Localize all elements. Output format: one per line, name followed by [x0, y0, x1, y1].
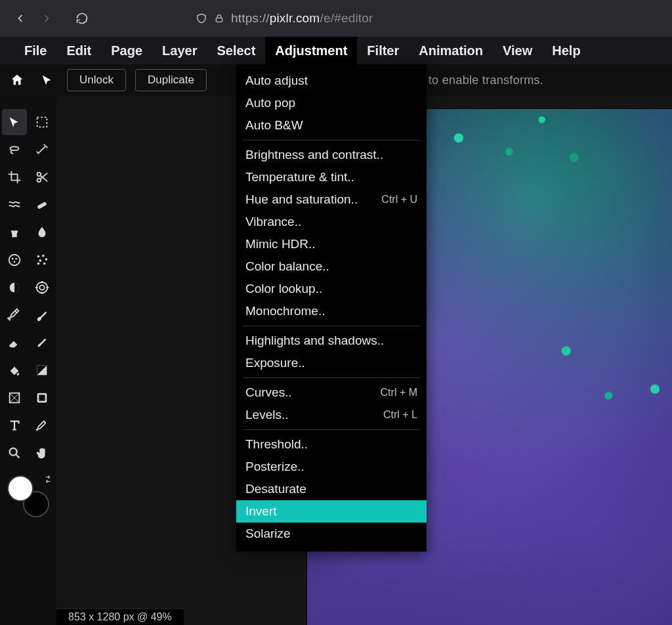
svg-point-17: [37, 282, 48, 293]
main-menu: FileEditPageLayerSelectAdjustmentFilterA…: [0, 37, 672, 64]
menu-edit[interactable]: Edit: [56, 37, 101, 64]
menu-item-label: Monochrome..: [245, 304, 325, 318]
frame-tool[interactable]: [30, 385, 54, 411]
pattern-tool[interactable]: [2, 247, 27, 273]
svg-point-13: [43, 263, 46, 265]
menu-item-levels[interactable]: Levels..Ctrl + L: [236, 404, 427, 426]
swap-colors-icon[interactable]: [43, 474, 53, 485]
lasso-tool[interactable]: [2, 137, 27, 163]
sponge-tool[interactable]: [30, 274, 54, 301]
menu-item-label: Brightness and contrast..: [245, 148, 383, 162]
menu-item-auto-b-w[interactable]: Auto B&W: [236, 114, 427, 137]
eraser-tool[interactable]: [2, 330, 27, 356]
pen-tool[interactable]: [2, 302, 27, 328]
menu-item-color-lookup[interactable]: Color lookup..: [236, 278, 427, 300]
menu-item-monochrome[interactable]: Monochrome..: [236, 300, 427, 322]
menu-item-temperature-tint[interactable]: Temperature & tint..: [236, 166, 427, 188]
menu-item-exposure[interactable]: Exposure..: [236, 352, 427, 374]
menu-help[interactable]: Help: [542, 37, 590, 64]
menu-select[interactable]: Select: [207, 37, 265, 64]
svg-point-7: [15, 258, 17, 260]
svg-point-10: [42, 255, 45, 257]
menu-item-solarize[interactable]: Solarize: [236, 523, 427, 545]
menu-item-shortcut: Ctrl + M: [381, 387, 417, 399]
heal-tool[interactable]: [30, 192, 54, 218]
menu-item-threshold[interactable]: Threshold..: [236, 433, 427, 456]
menu-item-label: Mimic HDR..: [245, 237, 316, 251]
clone-tool[interactable]: [2, 219, 27, 246]
menu-item-label: Exposure..: [245, 356, 305, 370]
menu-item-hue-and-saturation[interactable]: Hue and saturation..Ctrl + U: [236, 188, 427, 211]
menu-item-label: Posterize..: [245, 460, 304, 474]
tool-sidebar: [0, 96, 56, 625]
menu-item-auto-pop[interactable]: Auto pop: [236, 92, 427, 114]
menu-item-invert[interactable]: Invert: [236, 500, 427, 523]
back-button[interactable]: [9, 7, 32, 30]
menu-item-brightness-and-contrast[interactable]: Brightness and contrast..: [236, 144, 427, 166]
dodge-tool[interactable]: [2, 274, 27, 301]
paint-tool[interactable]: [30, 330, 54, 356]
menu-item-color-balance[interactable]: Color balance..: [236, 255, 427, 278]
color-swatch[interactable]: [7, 475, 49, 517]
url-host: pixlr.com: [270, 11, 320, 25]
menu-item-highlights-and-shadows[interactable]: Highlights and shadows..: [236, 330, 427, 352]
wand-tool[interactable]: [30, 137, 54, 163]
shape-tool[interactable]: [2, 385, 27, 411]
menu-item-auto-adjust[interactable]: Auto adjust: [236, 70, 427, 92]
hand-tool[interactable]: [30, 440, 54, 466]
menu-item-label: Solarize: [245, 527, 291, 541]
menu-adjustment[interactable]: Adjustment: [265, 37, 357, 64]
reload-button[interactable]: [71, 7, 93, 30]
svg-point-14: [37, 263, 40, 265]
url-bar[interactable]: https://pixlr.com/e/#editor: [196, 5, 373, 32]
forward-button[interactable]: [35, 7, 58, 30]
menu-item-label: Desaturate: [245, 482, 306, 496]
move-tool[interactable]: [2, 109, 27, 135]
menu-item-curves[interactable]: Curves..Ctrl + M: [236, 381, 427, 404]
menu-item-label: Hue and saturation..: [245, 192, 358, 207]
menu-item-shortcut: Ctrl + U: [381, 194, 417, 205]
svg-point-8: [14, 261, 16, 263]
menu-item-mimic-hdr[interactable]: Mimic HDR..: [236, 233, 427, 255]
svg-rect-23: [39, 395, 45, 400]
brush-tool[interactable]: [30, 302, 54, 328]
svg-point-12: [39, 259, 41, 262]
shield-icon: [196, 12, 207, 24]
menu-page[interactable]: Page: [101, 37, 152, 64]
foreground-color[interactable]: [7, 475, 33, 502]
picker-tool[interactable]: [30, 412, 54, 439]
menu-animation[interactable]: Animation: [409, 37, 493, 64]
liquify-tool[interactable]: [2, 192, 27, 218]
svg-point-9: [37, 255, 40, 258]
zoom-tool[interactable]: [2, 440, 27, 466]
menu-item-vibrance[interactable]: Vibrance..: [236, 211, 427, 233]
crop-tool[interactable]: [2, 164, 27, 190]
menu-layer[interactable]: Layer: [152, 37, 207, 64]
url-path: /e/#editor: [320, 11, 373, 25]
disperse-tool[interactable]: [30, 247, 54, 273]
blur-tool[interactable]: [30, 219, 54, 246]
fill-tool[interactable]: [2, 357, 27, 383]
unlock-button[interactable]: Unlock: [67, 69, 126, 91]
menu-view[interactable]: View: [493, 37, 542, 64]
menu-item-label: Invert: [245, 504, 277, 519]
menu-item-label: Auto adjust: [245, 74, 308, 88]
url-protocol: https://: [231, 11, 270, 25]
menu-file[interactable]: File: [14, 37, 56, 64]
cut-tool[interactable]: [30, 164, 54, 190]
gradient-tool[interactable]: [30, 357, 54, 383]
duplicate-button[interactable]: Duplicate: [135, 69, 207, 91]
menu-item-label: Highlights and shadows..: [245, 334, 384, 348]
menu-item-posterize[interactable]: Posterize..: [236, 456, 427, 478]
menu-item-desaturate[interactable]: Desaturate: [236, 478, 427, 500]
arrange-icon[interactable]: [37, 70, 58, 91]
text-tool[interactable]: [2, 412, 27, 439]
svg-rect-4: [37, 202, 47, 209]
menu-item-label: Vibrance..: [245, 215, 301, 229]
marquee-tool[interactable]: [30, 109, 54, 135]
menu-filter[interactable]: Filter: [357, 37, 409, 64]
menu-item-label: Auto pop: [245, 96, 295, 110]
home-icon[interactable]: [7, 70, 28, 91]
status-bar: 853 x 1280 px @ 49%: [56, 609, 184, 625]
svg-point-24: [10, 448, 17, 456]
